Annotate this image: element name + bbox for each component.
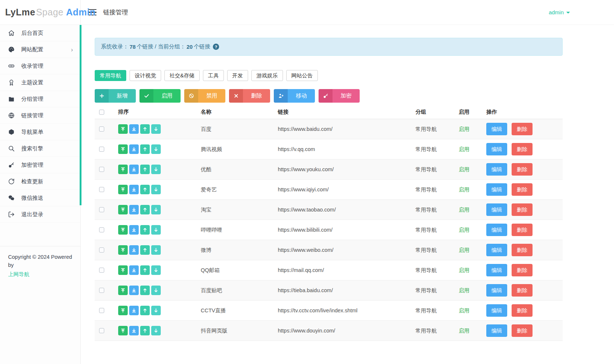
edit-button[interactable]: 编辑 [486, 183, 507, 196]
edit-button[interactable]: 编辑 [486, 143, 507, 155]
move-up-button[interactable] [140, 265, 150, 275]
move-bottom-button[interactable] [129, 245, 139, 255]
site-link[interactable]: 上网导航 [8, 270, 29, 278]
move-down-button[interactable] [151, 326, 161, 335]
tab-design[interactable]: 设计视觉 [130, 70, 161, 81]
move-up-button[interactable] [140, 124, 150, 134]
sidebar-item-encrypt[interactable]: 加密管理 [0, 157, 80, 173]
sidebar-item-nav-menu[interactable]: 导航菜单 [0, 124, 80, 140]
row-checkbox[interactable] [99, 167, 104, 172]
move-down-button[interactable] [151, 225, 161, 235]
sidebar-item-collect[interactable]: 收录管理 [0, 58, 80, 74]
sidebar-item-logout[interactable]: 退出登录 [0, 206, 80, 223]
move-up-button[interactable] [140, 225, 150, 235]
edit-button[interactable]: 编辑 [486, 224, 507, 236]
move-top-button[interactable] [118, 265, 128, 275]
row-checkbox[interactable] [99, 187, 104, 192]
move-top-button[interactable] [118, 124, 128, 134]
delete-button[interactable]: 删除 [512, 203, 533, 216]
edit-button[interactable]: 编辑 [486, 163, 507, 176]
user-menu[interactable]: admin [549, 9, 570, 15]
edit-button[interactable]: 编辑 [486, 304, 507, 317]
move-down-button[interactable] [151, 124, 161, 134]
encrypt-button[interactable]: 加密 [319, 89, 360, 103]
delete-button[interactable]: 删除 [512, 123, 533, 135]
help-icon[interactable]: ? [213, 44, 219, 50]
sidebar-item-wechat-push[interactable]: 微信推送 [0, 190, 80, 206]
move-bottom-button[interactable] [129, 306, 139, 315]
row-checkbox[interactable] [99, 126, 104, 132]
move-bottom-button[interactable] [129, 326, 139, 335]
tab-games[interactable]: 游戏娱乐 [251, 70, 283, 81]
row-checkbox[interactable] [99, 288, 104, 293]
delete-button[interactable]: 删除 [229, 89, 270, 103]
delete-button[interactable]: 删除 [512, 183, 533, 196]
move-up-button[interactable] [140, 165, 150, 174]
sidebar-item-links[interactable]: 链接管理 [0, 107, 80, 124]
move-bottom-button[interactable] [129, 185, 139, 194]
tab-dev[interactable]: 开发 [227, 70, 248, 81]
move-bottom-button[interactable] [129, 144, 139, 154]
move-top-button[interactable] [118, 326, 128, 335]
tab-social-storage[interactable]: 社交&存储 [164, 70, 200, 81]
move-down-button[interactable] [151, 144, 161, 154]
sidebar-item-site-config[interactable]: 网站配置 › [0, 41, 80, 58]
move-bottom-button[interactable] [129, 265, 139, 275]
row-checkbox[interactable] [99, 268, 104, 273]
row-checkbox[interactable] [99, 207, 104, 212]
move-down-button[interactable] [151, 165, 161, 174]
row-checkbox[interactable] [99, 147, 104, 152]
move-top-button[interactable] [118, 144, 128, 154]
move-bottom-button[interactable] [129, 205, 139, 214]
row-checkbox[interactable] [99, 247, 104, 253]
move-down-button[interactable] [151, 205, 161, 214]
move-bottom-button[interactable] [129, 286, 139, 295]
sidebar-scrollbar[interactable] [80, 25, 81, 205]
move-top-button[interactable] [118, 286, 128, 295]
add-button[interactable]: 新增 [95, 89, 136, 103]
delete-button[interactable]: 删除 [512, 264, 533, 276]
sidebar-item-group[interactable]: 分组管理 [0, 91, 80, 107]
row-checkbox[interactable] [99, 328, 104, 333]
enable-button[interactable]: 启用 [139, 89, 181, 103]
edit-button[interactable]: 编辑 [486, 123, 507, 135]
move-top-button[interactable] [118, 165, 128, 174]
move-down-button[interactable] [151, 306, 161, 315]
sidebar-item-home[interactable]: 后台首页 [0, 25, 80, 41]
move-down-button[interactable] [151, 245, 161, 255]
move-up-button[interactable] [140, 245, 150, 255]
tab-site-notice[interactable]: 网站公告 [286, 70, 318, 81]
move-down-button[interactable] [151, 185, 161, 194]
sidebar-item-theme[interactable]: 主题设置 [0, 74, 80, 91]
sidebar-item-search-engine[interactable]: 搜索引擎 [0, 140, 80, 157]
move-top-button[interactable] [118, 225, 128, 235]
move-up-button[interactable] [140, 185, 150, 194]
move-top-button[interactable] [118, 306, 128, 315]
move-top-button[interactable] [118, 245, 128, 255]
row-checkbox[interactable] [99, 308, 104, 313]
select-all-checkbox[interactable] [99, 110, 104, 115]
logo[interactable]: LyLme Spage Admin [0, 0, 80, 25]
move-up-button[interactable] [140, 144, 150, 154]
move-down-button[interactable] [151, 286, 161, 295]
row-checkbox[interactable] [99, 227, 104, 232]
delete-button[interactable]: 删除 [512, 143, 533, 155]
delete-button[interactable]: 删除 [512, 163, 533, 176]
tab-tools[interactable]: 工具 [203, 70, 224, 81]
tab-common-nav[interactable]: 常用导航 [95, 70, 126, 81]
delete-button[interactable]: 删除 [512, 284, 533, 297]
move-up-button[interactable] [140, 286, 150, 295]
sidebar-item-check-update[interactable]: 检查更新 [0, 173, 80, 190]
edit-button[interactable]: 编辑 [486, 244, 507, 256]
move-bottom-button[interactable] [129, 165, 139, 174]
edit-button[interactable]: 编辑 [486, 264, 507, 276]
edit-button[interactable]: 编辑 [486, 324, 507, 337]
palette-icon[interactable] [526, 8, 533, 16]
move-up-button[interactable] [140, 306, 150, 315]
move-bottom-button[interactable] [129, 124, 139, 134]
move-top-button[interactable] [118, 205, 128, 214]
edit-button[interactable]: 编辑 [486, 203, 507, 216]
delete-button[interactable]: 删除 [512, 224, 533, 236]
move-bottom-button[interactable] [129, 225, 139, 235]
disable-button[interactable]: 禁用 [184, 89, 225, 103]
